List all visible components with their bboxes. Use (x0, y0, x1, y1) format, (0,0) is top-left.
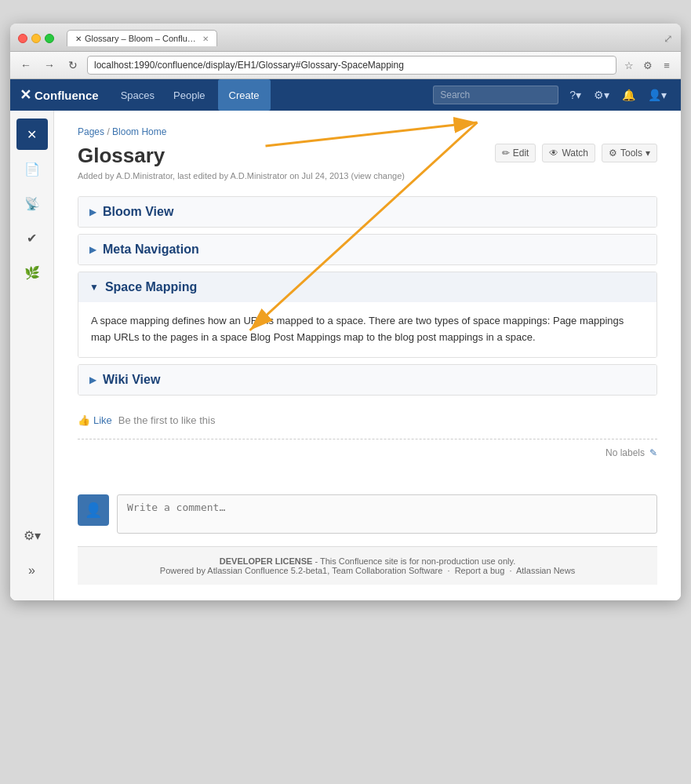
toolbar-icons: ☆ ⚙ ≡ (621, 57, 675, 73)
page-title: Glossary (78, 144, 165, 168)
labels-area: No labels ✎ (78, 439, 657, 466)
sidebar-bottom: ⚙▾ » (16, 520, 48, 593)
nav-create[interactable]: Create (218, 79, 271, 111)
section-wiki-view-title: Wiki View (103, 373, 160, 387)
footer-report-bug[interactable]: Report a bug (455, 566, 505, 575)
page-meta: Added by A.D.Ministrator, last edited by… (78, 171, 657, 181)
tools-button[interactable]: ⚙ Tools ▾ (602, 144, 657, 162)
footer-license-label: DEVELOPER LICENSE (220, 556, 313, 566)
like-area: 👍 Like Be the first to like this (78, 408, 657, 432)
help-icon[interactable]: ?▾ (565, 79, 586, 111)
maximize-button[interactable] (45, 34, 54, 43)
sidebar-settings-icon[interactable]: ⚙▾ (16, 520, 48, 552)
browser-tab[interactable]: ✕ Glossary – Bloom – Conflu… ✕ (67, 30, 217, 46)
section-bloom-view-toggle-icon: ▶ (89, 206, 96, 217)
tab-title: Glossary – Bloom – Conflu… (85, 34, 196, 43)
settings-chrome-icon[interactable]: ⚙ (640, 57, 656, 73)
section-space-mapping-toggle-icon: ▼ (89, 282, 99, 293)
comment-input[interactable] (117, 494, 657, 534)
left-sidebar: ✕ 📄 📡 ✔ 🌿 ⚙▾ » (10, 111, 54, 600)
browser-titlebar: ✕ Glossary – Bloom – Conflu… ✕ ⤢ (10, 24, 681, 52)
browser-window: ✕ Glossary – Bloom – Conflu… ✕ ⤢ ← → ↻ ☆… (10, 24, 681, 600)
menu-icon[interactable]: ≡ (659, 57, 675, 73)
section-space-mapping-content: A space mapping defines how an URL is ma… (78, 302, 656, 357)
notifications-icon[interactable]: 🔔 (617, 79, 640, 111)
content-area: Pages / Bloom Home Glossary ✏ Edit (54, 111, 681, 600)
refresh-button[interactable]: ↻ (64, 56, 82, 75)
section-space-mapping: ▼ Space Mapping A space mapping defines … (78, 272, 657, 358)
search-input[interactable] (433, 86, 558, 104)
footer-atlassian-news[interactable]: Atlassian News (516, 566, 575, 575)
sidebar-tree-icon[interactable]: 🌿 (16, 257, 48, 288)
section-space-mapping-title: Space Mapping (105, 280, 197, 294)
edit-button[interactable]: ✏ Edit (495, 144, 536, 162)
minimize-button[interactable] (31, 34, 41, 43)
sidebar-home-icon[interactable]: ✕ (16, 119, 48, 150)
breadcrumb-sep: / (107, 126, 109, 137)
back-button[interactable]: ← (16, 56, 35, 75)
edit-label: Edit (513, 148, 529, 159)
comment-area: 👤 (78, 482, 657, 546)
nav-people[interactable]: People (164, 79, 214, 111)
labels-edit-icon[interactable]: ✎ (649, 447, 657, 458)
tab-favicon: ✕ (75, 35, 82, 43)
tab-close-icon[interactable]: ✕ (202, 35, 209, 43)
like-thumb-icon: 👍 (78, 414, 90, 426)
tools-icon: ⚙ (609, 148, 617, 159)
address-bar[interactable] (87, 56, 616, 75)
footer-powered-by: Powered by Atlassian Confluence 5.2-beta… (160, 566, 443, 575)
settings-nav-icon[interactable]: ⚙▾ (589, 79, 614, 111)
nav-icons: ?▾ ⚙▾ 🔔 👤▾ (565, 79, 671, 111)
bookmark-icon[interactable]: ☆ (621, 57, 637, 73)
footer-links: Powered by Atlassian Confluence 5.2-beta… (87, 566, 648, 575)
section-bloom-view-title: Bloom View (103, 205, 173, 219)
tools-label: Tools (620, 148, 642, 159)
breadcrumb-space[interactable]: Bloom Home (112, 126, 166, 137)
outer-wrapper: ✕ Glossary – Bloom – Conflu… ✕ ⤢ ← → ↻ ☆… (0, 0, 691, 784)
footer-license: DEVELOPER LICENSE - This Confluence site… (87, 556, 648, 566)
sidebar-feed-icon[interactable]: 📡 (16, 188, 48, 219)
tools-chevron-icon: ▾ (646, 148, 650, 159)
watch-icon: 👁 (549, 148, 558, 159)
nav-search (433, 86, 558, 104)
close-button[interactable] (18, 34, 27, 43)
section-space-mapping-header[interactable]: ▼ Space Mapping (78, 272, 656, 302)
sidebar-tasks-icon[interactable]: ✔ (16, 222, 48, 253)
section-wiki-view-header[interactable]: ▶ Wiki View (78, 365, 656, 395)
edit-icon: ✏ (502, 148, 510, 159)
watch-button[interactable]: 👁 Watch (542, 144, 595, 162)
nav-spaces[interactable]: Spaces (111, 79, 164, 111)
section-meta-nav-toggle-icon: ▶ (89, 244, 96, 255)
section-meta-navigation: ▶ Meta Navigation (78, 234, 657, 265)
no-labels-text: No labels (606, 447, 645, 458)
breadcrumb-pages[interactable]: Pages (78, 126, 104, 137)
like-first-text: Be the first to like this (118, 414, 216, 426)
traffic-lights (18, 34, 54, 43)
section-wiki-view-toggle-icon: ▶ (89, 374, 96, 385)
confluence-logo[interactable]: ✕ Confluence (20, 86, 99, 104)
logo-text: Confluence (35, 89, 99, 102)
breadcrumb: Pages / Bloom Home (78, 126, 657, 137)
main-layout: ✕ 📄 📡 ✔ 🌿 ⚙▾ » (10, 111, 681, 600)
sidebar-pages-icon[interactable]: 📄 (16, 153, 48, 184)
section-bloom-view-header[interactable]: ▶ Bloom View (78, 197, 656, 227)
forward-button[interactable]: → (40, 56, 59, 75)
user-menu-icon[interactable]: 👤▾ (643, 79, 671, 111)
sidebar-expand-icon[interactable]: » (16, 555, 48, 586)
page-header: Glossary ✏ Edit 👁 Watch ⚙ (78, 144, 657, 168)
top-nav: ✕ Confluence Spaces People Create ?▾ ⚙▾ … (10, 79, 681, 111)
confluence-app: ✕ Confluence Spaces People Create ?▾ ⚙▾ … (10, 79, 681, 600)
browser-expand-icon[interactable]: ⤢ (664, 32, 673, 45)
section-meta-nav-title: Meta Navigation (103, 242, 199, 257)
watch-label: Watch (562, 148, 588, 159)
page-actions: ✏ Edit 👁 Watch ⚙ Tools ▾ (495, 144, 657, 162)
like-button[interactable]: 👍 Like (78, 414, 112, 426)
browser-toolbar: ← → ↻ ☆ ⚙ ≡ (10, 52, 681, 79)
footer-license-text: - This Confluence site is for non-produc… (315, 556, 515, 566)
section-meta-nav-header[interactable]: ▶ Meta Navigation (78, 235, 656, 264)
section-bloom-view: ▶ Bloom View (78, 196, 657, 228)
like-label: Like (93, 414, 112, 426)
comment-avatar: 👤 (78, 494, 109, 526)
section-wiki-view: ▶ Wiki View (78, 364, 657, 396)
avatar-icon: 👤 (85, 501, 102, 519)
